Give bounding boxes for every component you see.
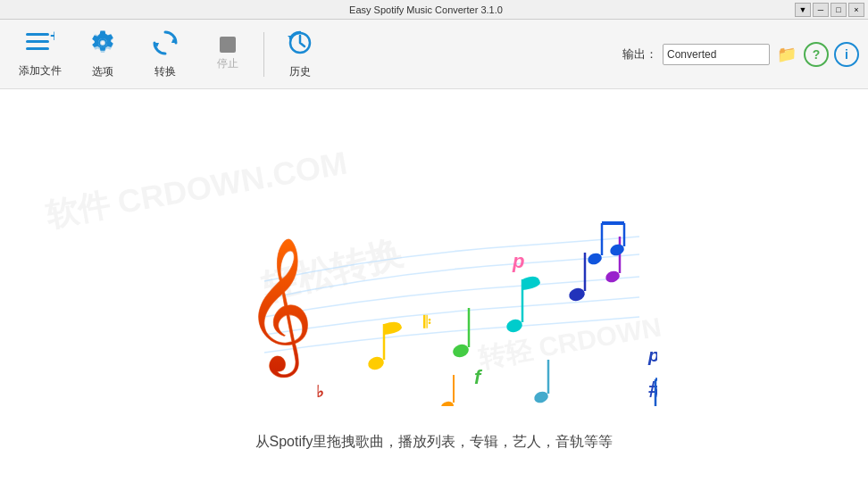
help-button[interactable]: ? xyxy=(804,42,829,67)
svg-rect-1 xyxy=(26,40,49,43)
window-controls[interactable]: ▼ ─ □ × xyxy=(795,3,864,17)
svg-text:+: + xyxy=(50,30,54,45)
output-input[interactable] xyxy=(663,44,770,65)
svg-rect-2 xyxy=(26,47,49,50)
window-title: Easy Spotify Music Converter 3.1.0 xyxy=(57,4,795,15)
add-files-label: 添加文件 xyxy=(19,63,62,79)
add-files-button[interactable]: + 添加文件 xyxy=(9,22,71,87)
svg-point-15 xyxy=(604,269,621,284)
svg-point-11 xyxy=(505,317,524,334)
main-content: 软件 CRDOWN.COM 轻松转换 转轻 CRDOWN 𝄞 𝄞 xyxy=(0,89,868,482)
svg-point-9 xyxy=(451,342,471,359)
svg-point-7 xyxy=(366,354,386,371)
output-label: 输出： xyxy=(622,46,657,62)
close-btn[interactable]: × xyxy=(848,3,864,17)
history-icon xyxy=(287,29,313,61)
svg-text:♭: ♭ xyxy=(316,383,323,401)
stop-icon xyxy=(220,37,236,53)
minimize-btn[interactable]: ─ xyxy=(813,3,829,17)
bottom-text: 从Spotify里拖拽歌曲，播放列表，专辑，艺人，音轨等等 xyxy=(255,433,613,452)
svg-point-13 xyxy=(567,286,587,303)
toolbar-separator xyxy=(263,32,264,77)
add-files-icon: + xyxy=(26,30,54,60)
svg-text:𝄞: 𝄞 xyxy=(245,239,313,378)
svg-text:𝄆: 𝄆 xyxy=(423,313,431,331)
dropdown-btn[interactable]: ▼ xyxy=(795,3,811,17)
toolbar: + 添加文件 选项 转换 停 xyxy=(0,20,868,89)
output-section: 输出： 📁 ? i xyxy=(622,42,859,67)
svg-text:p: p xyxy=(647,345,657,365)
convert-icon xyxy=(152,29,179,61)
history-button[interactable]: 历史 xyxy=(269,22,331,87)
title-bar: Easy Spotify Music Converter 3.1.0 ▼ ─ □… xyxy=(0,0,868,20)
folder-button[interactable]: 📁 xyxy=(775,44,798,65)
svg-point-28 xyxy=(440,400,455,406)
stop-button[interactable]: 停止 xyxy=(196,22,259,87)
svg-rect-0 xyxy=(26,33,49,36)
options-icon xyxy=(89,29,116,61)
convert-label: 转换 xyxy=(154,64,176,79)
svg-text:f: f xyxy=(474,366,483,388)
options-label: 选项 xyxy=(92,64,113,79)
svg-point-26 xyxy=(532,389,549,404)
info-button[interactable]: i xyxy=(834,42,859,67)
stop-label: 停止 xyxy=(217,56,238,71)
convert-button[interactable]: 转换 xyxy=(134,22,196,87)
music-illustration: 𝄞 𝄞 xyxy=(211,120,657,424)
svg-text:p: p xyxy=(512,250,524,272)
maximize-btn[interactable]: □ xyxy=(830,3,847,17)
options-button[interactable]: 选项 xyxy=(71,22,134,87)
svg-point-17 xyxy=(586,251,603,266)
history-label: 历史 xyxy=(289,64,311,79)
